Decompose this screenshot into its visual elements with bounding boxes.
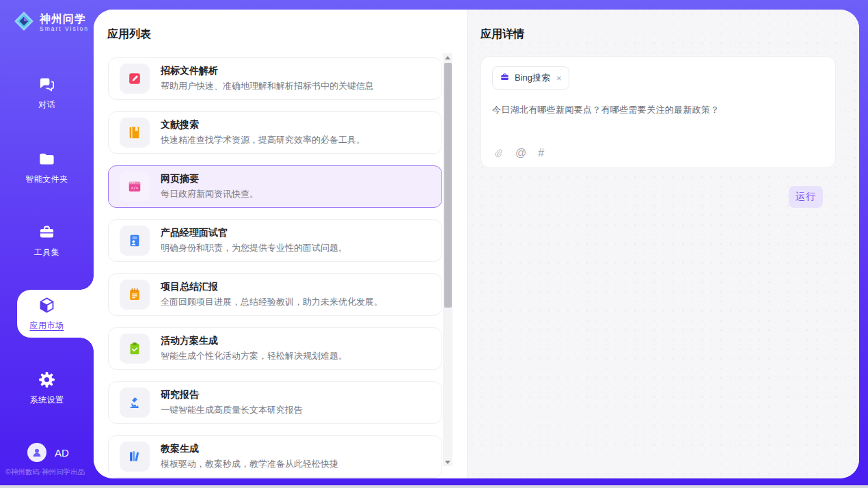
app-desc: 明确身份和职责，为您提供专业性的面试问题。 (161, 242, 347, 254)
microscope-icon (120, 388, 150, 418)
sidebar-item-label: 系统设置 (0, 394, 94, 406)
app-title: 活动方案生成 (161, 335, 347, 347)
app-title: 文献搜索 (161, 119, 365, 131)
sidebar-item-toolset[interactable]: 工具集 (0, 223, 94, 258)
app-desc: 全面回顾项目进展，总结经验教训，助力未来优化发展。 (161, 296, 383, 308)
app-card-literature-search[interactable]: 文献搜索 快速精准查找学术资源，提高研究效率的必备工具。 (108, 111, 442, 154)
logo-title: 神州问学 (40, 13, 89, 25)
logo-subtitle: Smart Vision (40, 25, 89, 33)
tool-chip-bing-search[interactable]: Bing搜索 × (492, 66, 569, 90)
person-icon (31, 446, 43, 459)
gear-icon (38, 370, 56, 389)
attach-paperclip-icon[interactable] (493, 148, 504, 159)
books-icon (120, 442, 150, 472)
sidebar: 神州问学 Smart Vision 对话 智能文件夹 (0, 0, 94, 488)
prompt-card[interactable]: Bing搜索 × 今日湖北有哪些新闻要点？有哪些需要关注的最新政策？ @ # (480, 56, 836, 168)
svg-text:</>: </> (131, 185, 139, 190)
sidebar-item-label: 工具集 (0, 247, 94, 258)
app-title: 项目总结汇报 (161, 281, 383, 293)
cube-icon (38, 296, 56, 314)
app-desc: 每日政府新闻资讯快查。 (161, 188, 258, 200)
tool-chip-label: Bing搜索 (515, 72, 550, 84)
copyright-footer: ©神州数码·神州问学出品 (5, 467, 94, 477)
run-button[interactable]: 运行 (789, 186, 823, 208)
user-account[interactable]: AD (27, 443, 69, 462)
folder-icon (38, 150, 56, 168)
sidebar-item-label: 应用市场 (0, 320, 94, 331)
mention-icon[interactable]: @ (515, 148, 526, 159)
scrollbar-down-arrow[interactable] (443, 458, 452, 466)
user-avatar (27, 443, 46, 462)
sidebar-item-app-market[interactable]: 应用市场 (0, 296, 94, 331)
sidebar-item-settings[interactable]: 系统设置 (0, 370, 94, 406)
prompt-text[interactable]: 今日湖北有哪些新闻要点？有哪些需要关注的最新政策？ (492, 104, 824, 116)
app-card-web-summary[interactable]: </> 网页摘要 每日政府新闻资讯快查。 (108, 165, 442, 208)
app-card-bid-parse[interactable]: 招标文件解析 帮助用户快速、准确地理解和解析招标书中的关键信息 (108, 57, 442, 100)
interviewer-icon (120, 226, 150, 256)
sidebar-item-label: 智能文件夹 (0, 174, 94, 185)
app-desc: 模板驱动，教案秒成，教学准备从此轻松快捷 (161, 458, 338, 470)
edit-square-icon (120, 64, 150, 94)
logo-diamond-icon (14, 11, 34, 34)
app-detail-panel: 应用详情 Bing搜索 × 今日湖北有哪些新闻要点？有哪些需要关注的最新政策？ (467, 10, 859, 478)
sidebar-item-chat[interactable]: 对话 (0, 75, 94, 111)
sidebar-item-label: 对话 (0, 99, 94, 111)
briefcase-icon (500, 72, 510, 84)
notepad-icon (120, 280, 150, 310)
app-detail-title: 应用详情 (480, 27, 524, 42)
app-card-project-summary[interactable]: 项目总结汇报 全面回顾项目进展，总结经验教训，助力未来优化发展。 (108, 273, 442, 316)
prompt-toolbar: @ # (493, 148, 544, 159)
app-title: 网页摘要 (161, 173, 258, 185)
app-desc: 一键智能生成高质量长文本研究报告 (161, 404, 303, 416)
app-window: { "sidebar": { "logo_title": "神州问学", "lo… (0, 0, 868, 488)
book-icon (120, 118, 150, 148)
sidebar-item-smart-folders[interactable]: 智能文件夹 (0, 150, 94, 185)
user-initials: AD (55, 447, 69, 459)
app-card-research-report[interactable]: 研究报告 一键智能生成高质量长文本研究报告 (108, 381, 442, 424)
app-card-pm-interviewer[interactable]: 产品经理面试官 明确身份和职责，为您提供专业性的面试问题。 (108, 219, 442, 262)
app-desc: 帮助用户快速、准确地理解和解析招标书中的关键信息 (161, 80, 374, 92)
app-card-activity-plan[interactable]: 活动方案生成 智能生成个性化活动方案，轻松解决规划难题。 (108, 327, 442, 370)
scrollbar-up-arrow[interactable] (443, 53, 452, 62)
app-card-list: 招标文件解析 帮助用户快速、准确地理解和解析招标书中的关键信息 文献搜索 快速精… (108, 57, 442, 478)
app-title: 招标文件解析 (161, 65, 374, 77)
scrollbar-thumb[interactable] (444, 63, 452, 308)
app-title: 产品经理面试官 (161, 227, 347, 239)
toolbox-icon (38, 223, 56, 241)
app-desc: 快速精准查找学术资源，提高研究效率的必备工具。 (161, 134, 365, 146)
chat-icon (38, 75, 56, 94)
hash-icon[interactable]: # (538, 148, 544, 159)
content-panel: 应用列表 招标文件解析 帮助用户快速、准确地理解和解析招标书中的关键信息 (94, 10, 859, 478)
app-card-lesson-plan[interactable]: 教案生成 模板驱动，教案秒成，教学准备从此轻松快捷 (108, 435, 442, 478)
app-list-title: 应用列表 (107, 27, 151, 42)
chip-close-icon[interactable]: × (556, 73, 562, 83)
app-logo: 神州问学 Smart Vision (14, 11, 89, 34)
app-title: 教案生成 (161, 443, 338, 455)
bottom-edge-strip (0, 485, 868, 488)
browser-code-icon: </> (120, 172, 150, 202)
app-list-panel: 应用列表 招标文件解析 帮助用户快速、准确地理解和解析招标书中的关键信息 (94, 10, 467, 478)
clipboard-check-icon (120, 334, 150, 364)
list-scrollbar[interactable] (443, 53, 452, 466)
app-desc: 智能生成个性化活动方案，轻松解决规划难题。 (161, 350, 347, 362)
app-title: 研究报告 (161, 389, 303, 401)
